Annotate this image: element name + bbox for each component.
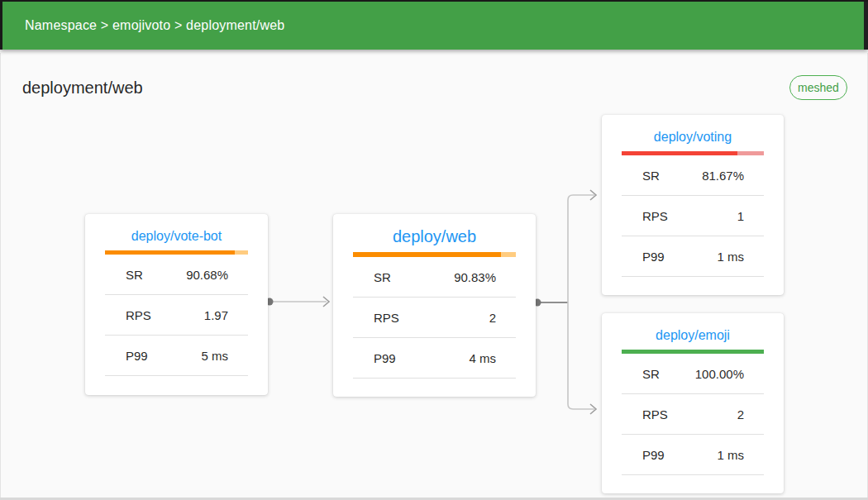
metric-value: 1 ms bbox=[717, 448, 744, 462]
metric-row-p99: P99 5 ms bbox=[105, 336, 248, 376]
metric-value: 90.68% bbox=[186, 268, 228, 282]
metric-value: 1 bbox=[737, 209, 744, 223]
metric-row-p99: P99 1 ms bbox=[622, 435, 764, 475]
metric-label: SR bbox=[126, 268, 143, 282]
meshed-status-badge: meshed bbox=[789, 75, 847, 100]
graph-node-emoji: deploy/emoji SR 100.00% RPS 2 P99 1 ms bbox=[602, 313, 784, 493]
metric-value: 2 bbox=[737, 407, 744, 421]
node-title-link[interactable]: deploy/emoji bbox=[622, 327, 764, 343]
metric-value: 1 ms bbox=[717, 250, 744, 264]
window-left-edge bbox=[0, 53, 1, 500]
metric-row-rps: RPS 2 bbox=[353, 298, 516, 338]
linkerd-dashboard-window: Namespace > emojivoto > deployment/web d… bbox=[0, 0, 868, 500]
graph-node-voting: deploy/voting SR 81.67% RPS 1 P99 1 ms bbox=[602, 115, 784, 295]
metric-value: 2 bbox=[489, 311, 496, 325]
node-title-link[interactable]: deploy/voting bbox=[622, 129, 764, 145]
metric-row-rps: RPS 1.97 bbox=[105, 295, 248, 336]
metric-row-p99: P99 1 ms bbox=[622, 236, 764, 277]
metric-value: 81.67% bbox=[702, 169, 744, 183]
metric-row-sr: SR 100.00% bbox=[622, 354, 764, 394]
metric-value: 5 ms bbox=[201, 349, 228, 363]
metric-label: P99 bbox=[374, 351, 396, 365]
metric-label: P99 bbox=[642, 448, 665, 462]
metric-label: SR bbox=[642, 367, 660, 381]
metric-label: RPS bbox=[642, 407, 668, 421]
metric-label: P99 bbox=[126, 349, 148, 363]
metric-row-p99: P99 4 ms bbox=[353, 338, 516, 379]
metric-row-sr: SR 81.67% bbox=[622, 155, 764, 196]
metric-row-rps: RPS 2 bbox=[622, 394, 764, 435]
metric-label: P99 bbox=[642, 250, 665, 264]
node-title-link[interactable]: deploy/vote-bot bbox=[105, 228, 248, 244]
edge-votebot-to-web bbox=[266, 297, 330, 307]
metric-row-sr: SR 90.83% bbox=[353, 257, 516, 298]
graph-node-web: deploy/web SR 90.83% RPS 2 P99 4 ms bbox=[333, 214, 536, 397]
metric-value: 90.83% bbox=[454, 270, 496, 284]
edge-web-to-voting-emoji bbox=[534, 190, 597, 414]
metric-label: RPS bbox=[374, 311, 399, 325]
metric-label: SR bbox=[374, 270, 391, 284]
metric-label: RPS bbox=[126, 308, 151, 322]
metric-value: 1.97 bbox=[204, 308, 228, 322]
metric-label: SR bbox=[642, 169, 660, 183]
breadcrumb[interactable]: Namespace > emojivoto > deployment/web bbox=[25, 18, 284, 33]
metric-value: 100.00% bbox=[695, 367, 744, 381]
metric-row-sr: SR 90.68% bbox=[105, 255, 248, 295]
graph-node-vote-bot: deploy/vote-bot SR 90.68% RPS 1.97 P99 5… bbox=[85, 214, 268, 395]
node-title-link[interactable]: deploy/web bbox=[353, 226, 516, 246]
app-bar: Namespace > emojivoto > deployment/web bbox=[0, 2, 868, 50]
metric-value: 4 ms bbox=[469, 351, 496, 365]
page-title: deployment/web bbox=[22, 79, 143, 98]
metric-label: RPS bbox=[642, 209, 668, 223]
metric-row-rps: RPS 1 bbox=[622, 196, 764, 236]
